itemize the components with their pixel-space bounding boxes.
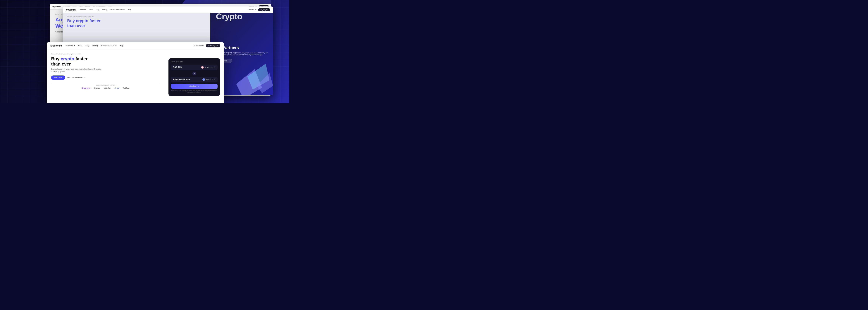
nav-pricing-back1[interactable]: Pricing <box>102 9 107 11</box>
start-now-button[interactable]: Start Now <box>51 75 65 80</box>
hero-description: Explore hassle-free crypto purchases. Ju… <box>51 68 103 73</box>
windows-container: kryptonim Solutions About Blog Pricing A… <box>0 0 289 103</box>
cta-row: Start Now Discover Solutions → <box>51 75 160 80</box>
tether-logo: ◎ tether <box>104 87 111 89</box>
stripe-logo: stripe <box>115 87 119 89</box>
front-nav-about[interactable]: About <box>78 45 83 47</box>
logo-back1: kryptonim <box>66 8 76 11</box>
polygon-logo: ⬟ polygon <box>82 87 91 89</box>
front-nav-pricing[interactable]: Pricing <box>92 45 98 47</box>
front-nav-help[interactable]: Help <box>120 45 123 47</box>
pln-amount: 530 PLN <box>173 66 182 69</box>
window-front: kryptonim Solutions ▾ About Blog Pricing… <box>47 42 224 103</box>
nav-right-back1: Contact Us Buy Crypto <box>248 8 270 11</box>
crypto-large-text: Crypto <box>216 11 242 22</box>
logo-back2: kryptonim <box>52 5 61 8</box>
front-body: Convert fiat currency to cryptocurrencie… <box>47 50 224 103</box>
heading-line2: than ever <box>51 61 71 66</box>
webflow-logo: Webflow <box>123 87 129 89</box>
front-nav-solutions[interactable]: Solutions ▾ <box>66 45 75 47</box>
buy-crypto-btn-back1[interactable]: Buy Crypto <box>258 8 270 11</box>
contact-link-back1[interactable]: Contact Us <box>248 9 256 11</box>
heading-buy: Buy <box>51 56 61 61</box>
heading-crypto: crypto <box>61 56 74 61</box>
nav-api-back1[interactable]: API Documentation <box>110 9 125 11</box>
front-logo: kryptonim <box>51 44 62 47</box>
front-nav-api[interactable]: API Documentation <box>101 45 117 47</box>
heading-faster: faster <box>74 56 88 61</box>
hero-small-label: Convert fiat currency to cryptocurrencie… <box>51 53 160 55</box>
swap-button[interactable]: ⇅ <box>192 71 196 75</box>
nav-blog-back1[interactable]: Blog <box>96 9 99 11</box>
nav-help-back1[interactable]: Help <box>127 9 131 11</box>
payment-logos: ⬟ polygon ◎ straal ◎ tether stripe Webfl… <box>56 87 156 89</box>
nav-about-back1[interactable]: About <box>89 9 93 11</box>
discover-solutions-button[interactable]: Discover Solutions → <box>67 76 85 79</box>
front-nav-links: Solutions ▾ About Blog Pricing API Docum… <box>66 45 194 47</box>
main-heading: Buy crypto faster than ever <box>51 56 160 66</box>
front-navbar: kryptonim Solutions ▾ About Blog Pricing… <box>47 42 224 50</box>
payment-section: Supported Payment Methods ⬟ polygon ◎ st… <box>51 83 160 90</box>
front-nav-blog[interactable]: Blog <box>86 45 89 47</box>
straal-logo: ◎ straal <box>94 87 100 89</box>
eth-amount: 0.06119588 ETH <box>173 78 190 81</box>
front-left: Convert fiat currency to cryptocurrencie… <box>47 50 165 103</box>
deco-shapes <box>199 40 273 95</box>
nav-links-back1: Solutions About Blog Pricing API Documen… <box>79 9 248 11</box>
payment-label: Supported Payment Methods <box>56 84 156 86</box>
nav-solutions-back1[interactable]: Solutions <box>79 9 86 11</box>
